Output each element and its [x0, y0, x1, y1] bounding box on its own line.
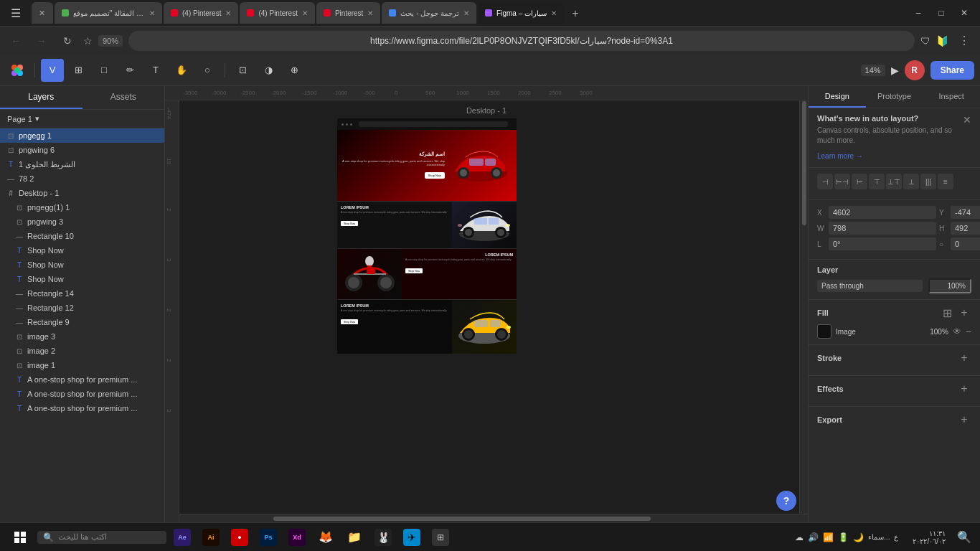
refresh-button[interactable]: ↻ [57, 31, 77, 51]
extensions-button[interactable]: ⋮ [954, 31, 974, 51]
fill-color-swatch[interactable] [817, 324, 831, 339]
mask-tool[interactable]: ◑ [257, 59, 280, 82]
vertical-scrollbar[interactable] [799, 100, 808, 514]
battery-icon[interactable]: 🔋 [838, 532, 849, 542]
preview-section1-btn[interactable]: Shop Now [341, 221, 358, 226]
layer-desktop1[interactable]: # Desktop - 1 [0, 186, 164, 200]
close-banner-button[interactable]: ✕ [963, 114, 971, 126]
tab-close-p2[interactable]: ✕ [302, 9, 308, 17]
assets-tab[interactable]: Assets [83, 86, 165, 109]
taskbar-app-xd[interactable]: Xd [284, 527, 310, 547]
distribute-v-button[interactable]: ≡ [938, 174, 953, 189]
taskbar-app-unknown[interactable]: ● [227, 527, 253, 547]
comment-tool[interactable]: ○ [196, 59, 219, 82]
extension-icon[interactable]: 🔰 [936, 35, 948, 47]
scrollbar-thumb-v[interactable] [802, 101, 806, 225]
layer-pngwing6[interactable]: ⊡ pngwing 6 [0, 143, 164, 157]
taskbar-app-telegram[interactable]: ✈ [399, 527, 425, 547]
boolean-tool[interactable]: ⊕ [283, 59, 306, 82]
maximize-button[interactable]: □ [931, 6, 951, 20]
taskbar-app-firefox[interactable]: 🦊 [313, 527, 339, 547]
layer-rect10[interactable]: — Rectangle 10 [0, 229, 164, 243]
add-export-button[interactable]: + [957, 413, 971, 427]
tab-close-p3[interactable]: ✕ [367, 9, 373, 17]
corner-input[interactable] [951, 237, 980, 250]
horizontal-scrollbar[interactable] [179, 514, 808, 522]
hand-tool[interactable]: ✋ [170, 59, 193, 82]
taskbar-app-photoshop[interactable]: Ps [255, 527, 281, 547]
opacity-input[interactable] [928, 278, 971, 293]
taskbar-search-icon[interactable]: 🔍 [954, 530, 974, 544]
search-box[interactable]: 🔍 اكتب هنا للبحث [37, 531, 166, 544]
zoom-level[interactable]: 14% [861, 65, 885, 76]
layer-rect12[interactable]: — Rectangle 12 [0, 301, 164, 315]
align-left-button[interactable]: ⊣ [817, 174, 833, 189]
shape-tool[interactable]: □ [93, 59, 116, 82]
x-input[interactable] [829, 206, 936, 219]
layer-image3[interactable]: ⊡ image 3 [0, 329, 164, 344]
align-top-button[interactable]: ⊤ [869, 174, 885, 189]
layer-pngegg1-1[interactable]: ⊡ pngegg(1) 1 [0, 200, 164, 215]
canvas-area[interactable]: -3500 -3000 -2500 -2000 -1500 -1000 -500… [165, 86, 808, 522]
align-bottom-button[interactable]: ⊥ [903, 174, 919, 189]
layer-text3[interactable]: T A one-stop shop for premium ... [0, 401, 164, 415]
taskbar-app-grid[interactable]: ⊞ [428, 527, 453, 547]
layer-mode-dropdown[interactable]: Pass through [817, 280, 923, 292]
layer-shopnow3[interactable]: T Shop Now [0, 272, 164, 286]
design-tab[interactable]: Design [809, 86, 866, 108]
address-input[interactable] [128, 31, 915, 51]
preview-section3-btn[interactable]: Shop Now [341, 319, 358, 324]
layer-text-arabic[interactable]: T الشريط الحلوى 1 [0, 157, 164, 171]
new-tab-button[interactable]: + [565, 4, 585, 24]
tab-tjareer[interactable]: تجرير المقالة "تصميم موقع" ✕ [55, 2, 162, 24]
fill-grid-icon[interactable]: ⊞ [940, 306, 954, 320]
wifi-icon[interactable]: 📶 [823, 532, 834, 542]
remove-fill-button[interactable]: − [966, 326, 971, 337]
rotation-input[interactable] [829, 237, 936, 250]
distribute-h-button[interactable]: ||| [920, 174, 936, 189]
align-center-v-button[interactable]: ⊥⊤ [886, 174, 902, 189]
start-button[interactable] [6, 526, 34, 549]
taskbar-app-bunny[interactable]: 🐰 [370, 527, 396, 547]
tab-figma[interactable]: Figma – سيارات ✕ [478, 2, 564, 24]
figma-logo[interactable] [6, 59, 29, 82]
tab-close-tjareer[interactable]: ✕ [149, 9, 155, 17]
taskbar-app-files[interactable]: 📁 [341, 527, 367, 547]
frame-tool[interactable]: ⊞ [67, 59, 90, 82]
component-tool[interactable]: ⊡ [231, 59, 254, 82]
h-input[interactable] [951, 222, 980, 235]
tab-pinterest3[interactable]: Pinterest ✕ [316, 2, 380, 24]
layer-text2[interactable]: T A one-stop shop for premium ... [0, 387, 164, 401]
prototype-tab[interactable]: Prototype [866, 86, 923, 108]
menu-icon[interactable]: ☰ [6, 3, 26, 23]
tab-pinterest1[interactable]: (4) Pinterest ✕ [164, 2, 238, 24]
clock-area[interactable]: ١١:٣١ ٢٠٢٢/٠٦/٠٢ [907, 529, 951, 545]
add-fill-button[interactable]: + [957, 306, 971, 320]
add-effect-button[interactable]: + [957, 382, 971, 396]
layer-shopnow1[interactable]: T Shop Now [0, 243, 164, 258]
layer-text1[interactable]: T A one-stop shop for premium ... [0, 372, 164, 387]
help-button[interactable]: ? [776, 491, 796, 511]
taskbar-app-illustrator[interactable]: Ai [198, 527, 224, 547]
scrollbar-thumb-h[interactable] [273, 517, 651, 521]
inspect-tab[interactable]: Inspect [923, 86, 980, 108]
cloud-icon[interactable]: ☁ [795, 532, 804, 542]
moon-icon[interactable]: 🌙 [853, 532, 864, 542]
share-button[interactable]: Share [930, 61, 974, 80]
add-stroke-button[interactable]: + [957, 351, 971, 365]
y-input[interactable] [951, 206, 980, 219]
layer-shopnow2[interactable]: T Shop Now [0, 258, 164, 272]
layer-image2[interactable]: ⊡ image 2 [0, 344, 164, 358]
tab-google-translate[interactable]: ترجمة جوجل - يحث ✕ [382, 2, 476, 24]
tab-close-gt[interactable]: ✕ [463, 9, 469, 17]
layer-rect9[interactable]: — Rectangle 9 [0, 315, 164, 329]
layers-tab[interactable]: Layers [0, 86, 83, 109]
layer-image1[interactable]: ⊡ image 1 [0, 358, 164, 372]
align-center-h-button[interactable]: ⊢⊣ [834, 174, 850, 189]
select-tool[interactable]: V [41, 59, 64, 82]
tab-close-figma[interactable]: ✕ [551, 9, 557, 17]
fill-visibility-toggle[interactable]: 👁 [953, 326, 961, 336]
text-tool[interactable]: T [144, 59, 167, 82]
zoom-indicator[interactable]: 90% [98, 35, 123, 47]
preview-shop-now-btn[interactable]: Shop Now [425, 172, 445, 179]
